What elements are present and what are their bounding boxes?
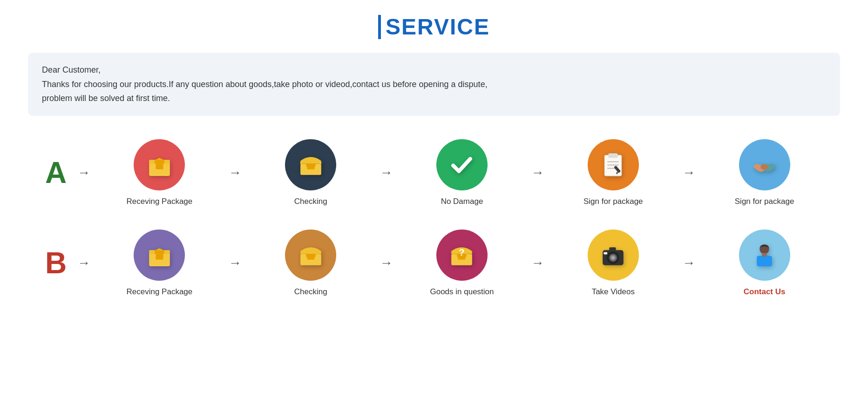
step-b3-label: Goods in question bbox=[430, 287, 494, 297]
step-a4: Sign for package bbox=[547, 139, 679, 206]
step-b1-icon bbox=[134, 230, 185, 281]
arrow-a4: → bbox=[682, 165, 695, 180]
step-a5-icon bbox=[739, 139, 790, 190]
svg-rect-34 bbox=[604, 252, 607, 255]
notice-box: Dear Customer, Thanks for choosing our p… bbox=[28, 53, 840, 116]
notice-line1: Dear Customer, bbox=[42, 63, 826, 77]
step-b5: Contact Us bbox=[698, 230, 831, 297]
svg-rect-20 bbox=[155, 250, 164, 254]
step-b5-icon bbox=[739, 230, 790, 281]
svg-rect-9 bbox=[609, 153, 618, 158]
arrow-a3: → bbox=[531, 165, 544, 180]
step-a1-icon bbox=[134, 139, 185, 190]
step-a4-icon bbox=[588, 139, 639, 190]
page-header: SERVICE bbox=[378, 14, 490, 40]
step-a5: Sign for package bbox=[698, 139, 831, 206]
page-title: SERVICE bbox=[386, 14, 490, 40]
flow-section-b: B → Receving Package → bbox=[28, 225, 840, 301]
letter-a: A bbox=[37, 155, 75, 190]
svg-rect-7 bbox=[306, 164, 315, 167]
step-a2-label: Checking bbox=[294, 197, 327, 206]
svg-text:?: ? bbox=[459, 247, 465, 257]
step-a3: No Damage bbox=[396, 139, 529, 206]
flow-section-a: A → Receving Package → bbox=[28, 135, 840, 211]
arrow-b4: → bbox=[682, 256, 695, 270]
step-b4-icon bbox=[588, 230, 639, 281]
step-b3-icon: ? bbox=[436, 230, 488, 281]
title-bar-icon bbox=[378, 15, 381, 39]
arrow-a2: → bbox=[380, 165, 393, 180]
step-b1: Receving Package bbox=[93, 230, 226, 297]
svg-rect-37 bbox=[762, 253, 767, 257]
step-b4: Take Videos bbox=[547, 230, 679, 297]
svg-rect-23 bbox=[306, 254, 315, 257]
step-b2-label: Checking bbox=[294, 287, 327, 297]
svg-rect-33 bbox=[610, 248, 616, 251]
step-a4-label: Sign for package bbox=[583, 197, 643, 206]
flow-row-b: B → Receving Package → bbox=[28, 225, 840, 301]
arrow-b3: → bbox=[531, 256, 544, 270]
svg-rect-2 bbox=[156, 163, 163, 169]
arrow-a0: → bbox=[77, 165, 90, 180]
svg-rect-4 bbox=[155, 160, 164, 164]
arrow-b2: → bbox=[380, 256, 393, 270]
step-b3: ? Goods in question bbox=[396, 230, 529, 297]
step-b1-label: Receving Package bbox=[127, 287, 193, 297]
step-a3-label: No Damage bbox=[441, 197, 483, 206]
step-a2-icon bbox=[285, 139, 336, 190]
arrow-a1: → bbox=[229, 165, 242, 180]
step-b2-icon bbox=[285, 230, 336, 281]
step-b4-label: Take Videos bbox=[592, 287, 635, 297]
letter-b: B bbox=[37, 246, 75, 280]
svg-point-15 bbox=[760, 164, 768, 170]
arrow-b1: → bbox=[229, 256, 242, 270]
step-b5-label: Contact Us bbox=[744, 287, 786, 297]
step-a3-icon bbox=[436, 139, 488, 190]
svg-rect-18 bbox=[156, 253, 163, 260]
flow-row-a: A → Receving Package → bbox=[28, 135, 840, 211]
step-a1: Receving Package bbox=[93, 139, 226, 206]
step-b2: Checking bbox=[244, 230, 377, 297]
svg-rect-36 bbox=[757, 256, 772, 266]
step-a5-label: Sign for package bbox=[735, 197, 794, 206]
step-a1-label: Receving Package bbox=[127, 197, 193, 206]
svg-point-32 bbox=[612, 257, 615, 259]
arrow-b0: → bbox=[77, 256, 90, 270]
step-a2: Checking bbox=[244, 139, 377, 206]
notice-line3: problem will be solved at first time. bbox=[42, 91, 826, 106]
notice-line2: Thanks for choosing our products.If any … bbox=[42, 77, 826, 92]
